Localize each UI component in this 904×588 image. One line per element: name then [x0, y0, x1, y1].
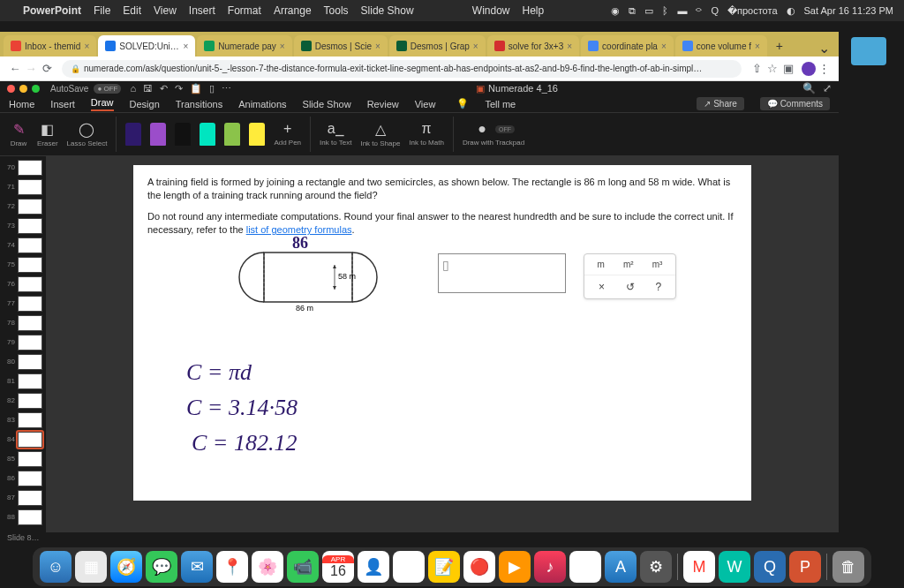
- gmail-dock-icon[interactable]: M: [683, 551, 715, 583]
- browser-tab[interactable]: cone volume f×: [675, 35, 767, 57]
- spotlight-icon[interactable]: Q: [711, 5, 719, 16]
- news-icon[interactable]: N: [569, 551, 601, 583]
- menu-insert[interactable]: Insert: [189, 4, 215, 17]
- autosave-toggle[interactable]: ● OFF: [94, 84, 121, 94]
- draw-tool[interactable]: ✎Draw: [9, 121, 28, 147]
- pen-green[interactable]: [224, 123, 240, 146]
- ink-to-text[interactable]: a⎯Ink to Text: [320, 121, 351, 147]
- share-button[interactable]: ↗ Share: [697, 97, 743, 110]
- address-bar[interactable]: 🔒 numerade.com/ask/question/unit-5-_-les…: [62, 60, 742, 78]
- comments-button[interactable]: 💬 Comments: [760, 97, 830, 110]
- answer-input[interactable]: ▯: [438, 253, 566, 293]
- browser-tab[interactable]: Inbox - themid×: [4, 35, 96, 57]
- tab-draw[interactable]: Draw: [91, 97, 114, 111]
- save-qat-icon[interactable]: 🖫: [143, 83, 153, 94]
- app-name[interactable]: PowerPoint: [23, 4, 81, 17]
- menu-edit[interactable]: Edit: [123, 4, 141, 17]
- record-icon[interactable]: ◉: [611, 5, 620, 17]
- slide-thumb[interactable]: 71: [4, 179, 42, 195]
- slide-thumb[interactable]: 84: [4, 432, 42, 448]
- expand-icon[interactable]: ⤢: [823, 82, 832, 94]
- launchpad-icon[interactable]: ▦: [75, 551, 107, 583]
- undo-button[interactable]: ↺: [626, 281, 635, 293]
- tab-design[interactable]: Design: [130, 99, 160, 109]
- bookmark-icon[interactable]: ☆: [765, 62, 780, 75]
- menu-help[interactable]: Help: [523, 4, 545, 17]
- slide-thumb[interactable]: 76: [4, 276, 42, 292]
- slide-thumb[interactable]: 79: [4, 335, 42, 351]
- unit-m3[interactable]: m³: [652, 260, 663, 269]
- photos-icon[interactable]: 🌸: [252, 551, 283, 583]
- wifi-icon[interactable]: ⌔: [696, 5, 702, 16]
- browser-tab[interactable]: Desmos | Grap×: [389, 35, 486, 57]
- close-icon[interactable]: ×: [280, 41, 285, 51]
- maps-icon[interactable]: 📍: [216, 551, 248, 583]
- calendar-icon[interactable]: APR16: [322, 551, 354, 583]
- desktop-folder-icon[interactable]: [851, 37, 886, 65]
- browser-tab[interactable]: SOLVED:Unit 5×: [98, 35, 195, 57]
- slide-thumb[interactable]: 82: [4, 393, 42, 409]
- trash-icon[interactable]: 🗑: [832, 551, 864, 583]
- pen-black[interactable]: [175, 123, 191, 146]
- close-icon[interactable]: ×: [755, 41, 760, 51]
- tab-insert[interactable]: Insert: [50, 99, 75, 109]
- tell-me[interactable]: Tell me: [485, 99, 516, 109]
- siri-icon[interactable]: ◐: [787, 5, 795, 17]
- close-icon[interactable]: ×: [473, 41, 478, 51]
- slide-thumb[interactable]: 78: [4, 315, 42, 331]
- reminders-icon[interactable]: ☰: [393, 551, 425, 583]
- pen-purple[interactable]: [125, 123, 141, 146]
- pen-yellow[interactable]: [249, 123, 265, 146]
- clear-button[interactable]: ×: [599, 281, 605, 293]
- close-icon[interactable]: ×: [183, 41, 188, 51]
- chrome-menu-icon[interactable]: ⋮: [816, 62, 832, 75]
- menu-tools[interactable]: Tools: [324, 4, 349, 17]
- menu-window[interactable]: Window: [472, 4, 510, 17]
- reader-icon[interactable]: ▣: [780, 62, 796, 75]
- control-center-icon[interactable]: �простота: [727, 5, 778, 17]
- powerpoint-dock-icon[interactable]: P: [789, 551, 821, 583]
- finder-icon[interactable]: ☺: [40, 551, 72, 583]
- new-tab-button[interactable]: +: [769, 35, 790, 57]
- notes-icon[interactable]: 📝: [428, 551, 460, 583]
- chrome-dock-icon[interactable]: 🔴: [463, 551, 495, 583]
- browser-tab[interactable]: Numerade pay×: [197, 35, 291, 57]
- appstore-icon[interactable]: A: [605, 551, 637, 583]
- menu-slideshow[interactable]: Slide Show: [361, 4, 414, 17]
- close-icon[interactable]: ×: [84, 41, 89, 51]
- slide-thumb[interactable]: 73: [4, 218, 42, 234]
- back-button[interactable]: ←: [7, 62, 23, 75]
- home-qat-icon[interactable]: ⌂: [130, 83, 136, 94]
- menu-arrange[interactable]: Arrange: [274, 4, 312, 17]
- more-qat-icon[interactable]: ⋯: [222, 83, 231, 94]
- window-controls[interactable]: [7, 85, 40, 93]
- battery-icon[interactable]: ▬: [677, 5, 687, 16]
- display-icon[interactable]: ▭: [644, 5, 653, 17]
- close-icon[interactable]: ×: [375, 41, 380, 51]
- unit-m2[interactable]: m²: [623, 260, 634, 269]
- clipboard-qat-icon[interactable]: 📋: [190, 83, 202, 94]
- slide-thumb[interactable]: 85: [4, 451, 42, 467]
- profile-avatar[interactable]: [802, 62, 816, 76]
- facetime-icon[interactable]: 📹: [287, 551, 319, 583]
- pen-teal[interactable]: [200, 123, 215, 146]
- share-icon[interactable]: ⇧: [749, 62, 765, 75]
- slide-thumb[interactable]: 75: [4, 257, 42, 273]
- music-icon[interactable]: ♪: [534, 551, 566, 583]
- menu-file[interactable]: File: [94, 4, 110, 17]
- clock[interactable]: Sat Apr 16 11:23 PM: [804, 5, 894, 16]
- tab-home[interactable]: Home: [9, 99, 34, 109]
- bluetooth-icon[interactable]: ᛒ: [662, 5, 668, 16]
- undo-qat-icon[interactable]: ↶: [160, 83, 168, 94]
- close-icon[interactable]: ×: [661, 41, 667, 51]
- redo-qat-icon[interactable]: ↷: [175, 83, 183, 94]
- tab-overflow-icon[interactable]: ⌄: [813, 40, 835, 57]
- contacts-icon[interactable]: 👤: [358, 551, 389, 583]
- close-icon[interactable]: ×: [567, 41, 572, 51]
- forward-button[interactable]: →: [23, 62, 39, 75]
- menu-format[interactable]: Format: [228, 4, 261, 17]
- search-icon[interactable]: 🔍: [802, 82, 816, 94]
- tab-animations[interactable]: Animations: [238, 99, 286, 109]
- slide-thumb[interactable]: 83: [4, 412, 42, 428]
- reload-button[interactable]: ⟳: [39, 62, 55, 75]
